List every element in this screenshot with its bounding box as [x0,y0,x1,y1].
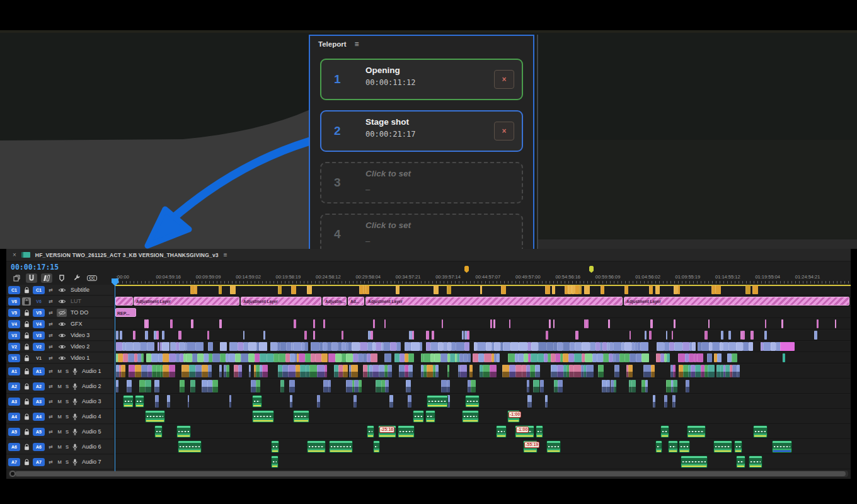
lock-icon[interactable] [22,398,31,406]
clip[interactable] [443,342,447,351]
audio-clip[interactable] [252,395,262,408]
clip[interactable] [365,285,370,294]
clip[interactable] [630,353,636,362]
nest-icon[interactable] [11,273,22,283]
clip[interactable] [691,365,695,377]
mic-icon[interactable] [72,383,78,390]
lock-icon[interactable] [22,286,31,294]
clip[interactable] [614,380,617,392]
clip[interactable] [721,331,723,340]
clip[interactable] [717,353,722,362]
clip[interactable] [640,342,648,351]
clip[interactable] [602,342,607,351]
clip[interactable] [291,285,296,294]
clip[interactable] [727,353,732,362]
audio-clip[interactable] [713,440,732,453]
clip[interactable] [186,353,192,362]
audio-clip[interactable] [681,455,708,468]
clip[interactable] [546,342,553,351]
clip[interactable] [353,353,357,362]
audio-clip[interactable]: -1:00 [515,425,534,438]
adjustment-layer-clip[interactable]: Adjustm... [323,297,347,306]
sync-lock-icon[interactable]: ⇄ [47,287,55,293]
clip[interactable] [645,380,648,392]
clip[interactable] [554,380,558,392]
clip[interactable] [531,395,532,408]
clip[interactable] [248,353,255,362]
lock-icon[interactable] [22,354,31,362]
clip[interactable] [526,365,531,377]
audio-clip[interactable] [178,440,202,453]
clip[interactable] [383,342,389,351]
clip[interactable] [686,380,689,392]
clip[interactable] [367,342,372,351]
clip[interactable] [624,285,628,294]
clip[interactable] [674,342,682,351]
delete-slot-button[interactable]: × [494,122,514,140]
clip[interactable] [162,331,164,340]
clip[interactable] [408,395,411,408]
clip[interactable] [346,380,352,392]
sync-lock-icon[interactable]: ⇄ [47,414,55,420]
clip[interactable] [400,353,405,362]
clip[interactable] [570,342,575,351]
playhead-timecode[interactable]: 00:00:17:15 [11,263,59,272]
clip[interactable] [235,353,240,362]
clip[interactable] [208,342,213,351]
clip[interactable] [423,353,430,362]
source-patch-V2[interactable]: V2 [8,343,20,351]
clip[interactable] [229,353,236,362]
clip[interactable] [354,380,358,392]
clip[interactable] [602,380,606,392]
snap-icon[interactable] [26,273,37,283]
clip[interactable] [584,285,590,294]
clip[interactable] [290,353,294,362]
clip[interactable] [510,342,519,351]
clip[interactable] [624,353,630,362]
eye-icon[interactable] [57,320,67,328]
clip[interactable] [545,285,550,294]
clip[interactable] [519,342,527,351]
clip[interactable] [725,365,730,377]
clip[interactable] [682,342,689,351]
clip[interactable] [146,319,149,328]
clip[interactable] [723,342,728,351]
solo-button[interactable]: S [64,384,70,389]
clip[interactable] [141,353,144,362]
audio-clip[interactable]: -25:16 [378,425,396,438]
clip[interactable] [592,353,597,362]
clip[interactable] [569,365,574,377]
clip[interactable] [708,365,715,377]
source-patch-A6[interactable]: A6 [8,443,20,451]
audio-clip[interactable] [252,410,274,423]
clip[interactable] [323,380,328,392]
clip[interactable] [708,319,710,328]
clip[interactable] [737,365,740,377]
clip[interactable] [611,380,614,392]
clip[interactable] [368,331,370,340]
clip[interactable] [814,331,817,340]
clip[interactable] [606,380,610,392]
source-patch-A5[interactable]: A5 [8,428,20,436]
clip[interactable] [582,342,590,351]
clip[interactable] [608,319,610,328]
clip[interactable] [573,365,581,377]
track-target-A2[interactable]: A2 [33,382,45,391]
clip[interactable] [354,395,357,408]
track-target-A6[interactable]: A6 [33,443,45,451]
sync-lock-icon[interactable]: ⇄ [47,429,55,435]
clip[interactable] [441,380,447,392]
clip[interactable] [447,285,451,294]
clip[interactable] [259,342,267,351]
clip[interactable] [189,365,195,377]
clip[interactable] [127,380,132,392]
clip[interactable] [645,331,646,340]
clip[interactable] [323,342,328,351]
clip[interactable] [234,365,238,377]
clip[interactable] [408,353,415,362]
teleport-slot-2[interactable]: 2Stage shot00:00:21:17× [320,110,523,152]
lock-icon[interactable] [22,458,31,466]
clip[interactable] [359,285,363,294]
clip[interactable] [515,365,522,377]
clip[interactable] [406,380,411,392]
